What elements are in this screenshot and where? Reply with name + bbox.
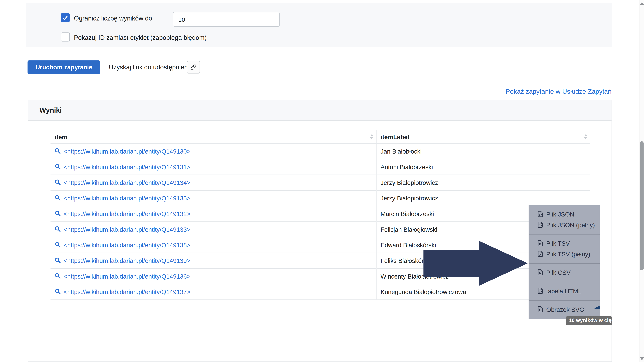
link-icon [190,64,197,70]
limit-value-input[interactable] [173,12,280,27]
file-image-icon [537,306,543,313]
limit-results-checkbox[interactable] [61,13,70,22]
menu-group: tabela HTML [529,282,600,300]
run-query-button[interactable]: Uruchom zapytanie [28,60,100,74]
entity-link[interactable]: <https://wikihum.lab.dariah.pl/entity/Q1… [64,210,190,218]
limit-results-label: Ogranicz liczbę wyników do [74,15,152,22]
search-icon[interactable] [54,288,61,296]
entity-link[interactable]: <https://wikihum.lab.dariah.pl/entity/Q1… [64,288,190,296]
entity-link[interactable]: <https://wikihum.lab.dariah.pl/entity/Q1… [64,195,190,202]
table-row: <https://wikihum.lab.dariah.pl/entity/Q1… [50,175,590,190]
entity-link[interactable]: <https://wikihum.lab.dariah.pl/entity/Q1… [64,242,190,248]
vertical-scrollbar[interactable] [639,0,644,362]
download-menu-item[interactable]: Plik JSON (pełny) [529,219,600,230]
checkmark-icon [62,14,69,21]
download-menu-item[interactable]: Plik TSV (pełny) [529,248,600,259]
results-panel-header: Wyniki [28,100,612,121]
entity-link[interactable]: <https://wikihum.lab.dariah.pl/entity/Q1… [64,179,190,186]
table-row: <https://wikihum.lab.dariah.pl/entity/Q1… [50,284,590,300]
search-icon[interactable] [54,210,61,218]
sort-icon[interactable] [584,134,587,139]
download-menu-item[interactable]: Plik JSON [529,209,600,220]
table-row: <https://wikihum.lab.dariah.pl/entity/Q1… [50,206,590,222]
search-icon[interactable] [54,163,61,171]
open-in-query-service-link[interactable]: Pokaż zapytanie w Usłudze Zapytań [506,88,612,96]
table-row: <https://wikihum.lab.dariah.pl/entity/Q1… [50,237,590,253]
table-row: <https://wikihum.lab.dariah.pl/entity/Q1… [50,144,590,159]
table-row: <https://wikihum.lab.dariah.pl/entity/Q1… [50,159,590,175]
item-label-cell: Jerzy Białopiotrowicz [376,175,590,190]
page: Ogranicz liczbę wyników do Pokazuj ID za… [0,0,644,362]
sort-icon[interactable] [370,134,373,139]
download-menu-item[interactable]: tabela HTML [529,286,600,296]
query-options-panel: Ogranicz liczbę wyników do Pokazuj ID za… [26,3,612,47]
share-link-label: Uzyskaj link do udostępnienia [109,64,193,71]
results-table-body: <https://wikihum.lab.dariah.pl/entity/Q1… [50,144,590,300]
file-x-icon [537,240,543,246]
entity-link[interactable]: <https://wikihum.lab.dariah.pl/entity/Q1… [64,257,190,264]
search-icon[interactable] [54,226,61,233]
file-x-icon [537,269,543,276]
show-ids-label: Pokazuj ID zamiast etykiet (zapobiega bł… [74,34,207,42]
table-header-row: item itemLabel [50,130,590,144]
item-label-cell: Jerzy Białopiotrowicz [376,190,590,206]
download-menu: Plik JSON Plik JSON (pełny) Plik TSV Pli… [529,205,600,319]
share-link-button[interactable] [187,61,200,74]
item-label-cell: Antoni Białobrzeski [376,159,590,175]
entity-link[interactable]: <https://wikihum.lab.dariah.pl/entity/Q1… [64,164,190,170]
scrollbar-up-arrow[interactable] [640,2,644,5]
download-menu-item[interactable]: Obrazek SVG [529,304,600,315]
file-code-icon [537,211,543,218]
download-menu-item[interactable]: Plik TSV [529,238,600,248]
column-header-itemlabel[interactable]: itemLabel [376,130,590,144]
table-row: <https://wikihum.lab.dariah.pl/entity/Q1… [50,222,590,237]
results-table: item itemLabel <https://wikihum.lab.dari… [50,130,590,300]
entity-link[interactable]: <https://wikihum.lab.dariah.pl/entity/Q1… [64,148,190,155]
entity-link[interactable]: <https://wikihum.lab.dariah.pl/entity/Q1… [64,273,190,280]
search-icon[interactable] [54,179,61,186]
results-panel: Wyniki item itemLabel [28,100,612,362]
caret-up-icon[interactable] [594,304,600,309]
search-icon[interactable] [54,257,61,264]
query-service-page: Ogranicz liczbę wyników do Pokazuj ID za… [0,0,644,362]
download-menu-item[interactable]: Plik CSV [529,267,600,278]
results-title: Wyniki [28,100,612,121]
search-icon[interactable] [54,272,61,280]
menu-group: Plik TSV Plik TSV (pełny) [529,234,600,263]
file-x-icon [537,250,543,257]
entity-link[interactable]: <https://wikihum.lab.dariah.pl/entity/Q1… [64,226,190,233]
file-code-icon [537,221,543,228]
result-count-badge: 10 wyników w ciągu 1 [566,316,612,325]
menu-group: Plik CSV [529,264,600,282]
menu-group: Plik JSON Plik JSON (pełny) [529,205,600,234]
search-icon[interactable] [54,194,61,202]
menu-group: Obrazek SVG [529,301,600,319]
scrollbar-down-arrow[interactable] [640,357,644,360]
table-row: <https://wikihum.lab.dariah.pl/entity/Q1… [50,190,590,206]
search-icon[interactable] [54,148,61,155]
scrollbar-thumb[interactable] [640,141,644,270]
show-ids-checkbox[interactable] [61,32,70,42]
file-code-icon [537,288,543,294]
search-icon[interactable] [54,242,61,249]
item-label-cell: Jan Białobłocki [376,144,590,159]
column-header-item[interactable]: item [50,130,376,144]
